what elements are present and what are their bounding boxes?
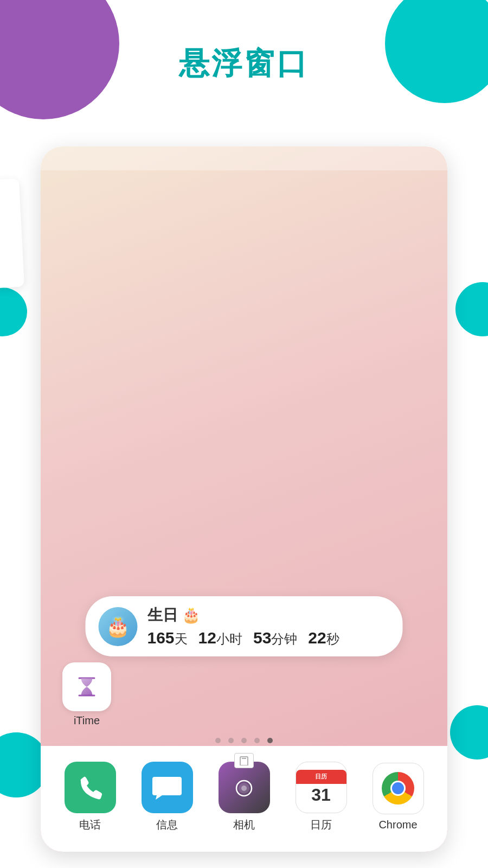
chrome-label: Chrome <box>378 819 417 831</box>
page-dot-5-active <box>267 738 273 743</box>
birthday-info: 生日 🎂 165天 12小时 53分钟 22秒 <box>147 605 390 648</box>
chrome-icon <box>373 763 424 814</box>
camera-indicator <box>234 753 254 768</box>
messages-label: 信息 <box>156 818 178 832</box>
messages-icon <box>142 762 193 813</box>
birthday-widget[interactable]: 🎂 生日 🎂 165天 12小时 53分钟 22秒 <box>86 596 403 656</box>
itime-icon <box>62 662 111 711</box>
countdown-days: 165 <box>147 629 175 647</box>
calendar-icon: 日历 31 <box>296 762 347 813</box>
bg-blob-teal-mid-right <box>455 282 488 336</box>
phone-label: 电话 <box>79 818 101 832</box>
dock-app-calendar[interactable]: 日历 31 日历 <box>296 762 347 832</box>
svg-point-4 <box>241 786 247 791</box>
card-peek <box>0 178 24 289</box>
page-dot-2 <box>228 738 234 743</box>
title-area: 悬浮窗口 <box>0 43 488 85</box>
itime-hourglass-icon <box>73 673 100 700</box>
chrome-outer-ring <box>382 772 414 805</box>
page-title: 悬浮窗口 <box>0 43 488 85</box>
itime-app-area[interactable]: iTime <box>62 662 111 727</box>
countdown-minutes: 53 <box>253 629 271 647</box>
countdown-seconds: 22 <box>308 629 326 647</box>
birthday-title: 生日 🎂 <box>147 605 390 626</box>
calendar-date: 31 <box>311 785 331 805</box>
calendar-label: 日历 <box>310 818 332 832</box>
bg-blob-teal-mid-left <box>0 288 27 336</box>
countdown-hours: 12 <box>198 629 216 647</box>
status-bar <box>41 146 447 170</box>
camera-label: 相机 <box>233 818 255 832</box>
camera-icon <box>219 762 270 813</box>
chrome-inner-circle <box>390 781 406 796</box>
page-dot-3 <box>241 738 247 743</box>
dock-app-chrome[interactable]: Chrome <box>373 763 424 831</box>
phone-mockup: 🎂 生日 🎂 165天 12小时 53分钟 22秒 <box>41 146 447 852</box>
birthday-countdown: 165天 12小时 53分钟 22秒 <box>147 629 390 648</box>
dock-app-phone[interactable]: 电话 <box>65 762 116 832</box>
itime-label: iTime <box>74 714 100 727</box>
dock-app-messages[interactable]: 信息 <box>142 762 193 832</box>
dock-app-camera[interactable]: 相机 <box>219 762 270 832</box>
phone-screen: 🎂 生日 🎂 165天 12小时 53分钟 22秒 <box>41 146 447 852</box>
page-dots <box>41 738 447 743</box>
page-dot-1 <box>215 738 221 743</box>
phone-icon <box>65 762 116 813</box>
bg-blob-teal-bottom-right <box>450 705 488 760</box>
birthday-avatar: 🎂 <box>99 607 138 646</box>
page-dot-4 <box>254 738 260 743</box>
dock: 电话 信息 <box>41 746 447 852</box>
calendar-header: 日历 <box>296 770 346 784</box>
